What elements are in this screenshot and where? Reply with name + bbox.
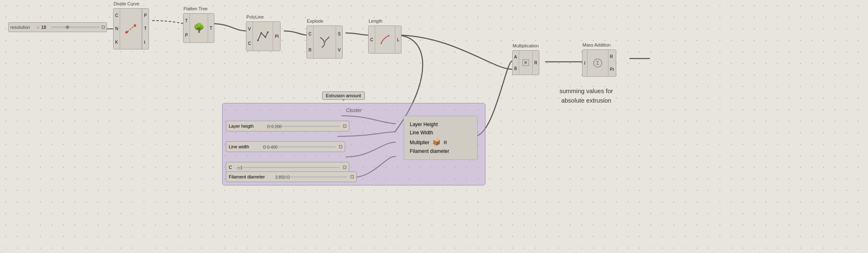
explode-icon xyxy=(318,35,332,49)
mass-add-ports-right: R Pr xyxy=(608,50,616,76)
extrusion-amount-text: Extrusion amount xyxy=(326,93,361,98)
package-icon: 📦 xyxy=(432,138,441,145)
multiplier-track: ◇1 xyxy=(237,167,340,168)
port-B: B xyxy=(514,66,517,71)
svg-point-3 xyxy=(260,32,262,34)
multiplier-c-label: C xyxy=(229,165,234,170)
mass-add-icon: Σ xyxy=(592,57,604,69)
explode-icon-area xyxy=(313,26,336,58)
cluster-port-filament: Filament diameter xyxy=(410,147,471,155)
polyline-label: PolyLine xyxy=(246,14,264,19)
line-width-track: O 0.400 xyxy=(263,146,336,148)
cluster-panel: Cluster Layer heigth O 0.200 Line width … xyxy=(222,103,485,185)
port-C: C xyxy=(115,13,118,18)
port-Pl: Pl xyxy=(275,34,279,39)
cluster-output-R: R xyxy=(444,140,447,145)
svg-text:Σ: Σ xyxy=(596,60,599,66)
divide-curve-ports-right: P T t xyxy=(142,9,149,49)
port-T-left: T xyxy=(185,19,188,23)
port-N: N xyxy=(115,26,118,31)
line-width-value: O 0.400 xyxy=(263,145,278,150)
resolution-label: resolution xyxy=(10,25,35,30)
length-label: Length xyxy=(369,19,383,23)
resolution-diamond: ◇ xyxy=(37,25,39,29)
polyline-icon-area xyxy=(253,22,273,51)
port-T: T xyxy=(144,26,147,31)
multiplication-label: Multiplication xyxy=(513,43,539,48)
svg-point-1 xyxy=(134,24,136,27)
port-T-right: T xyxy=(210,26,212,30)
mult-ports-left: A B xyxy=(513,51,519,75)
polyline-node: PolyLine V C Pl xyxy=(246,21,281,51)
port-S: S xyxy=(338,32,341,36)
polyline-icon xyxy=(256,30,269,43)
filament-diameter-track-wrap: 2.850 O xyxy=(274,176,349,178)
resolution-node[interactable]: resolution ◇ 18 xyxy=(8,22,107,32)
line-width-track-wrap: O 0.400 xyxy=(261,146,337,148)
port-K: K xyxy=(115,40,118,45)
divide-curve-ports-left: C N K xyxy=(114,9,120,49)
resolution-thumb[interactable] xyxy=(66,26,69,29)
multiplication-node: Multiplication A B × R xyxy=(512,50,539,75)
layer-height-value: O 0.200 xyxy=(267,124,282,129)
multiplier-value: ◇1 xyxy=(237,166,243,170)
flatten-ports-left: T P xyxy=(183,14,190,42)
flatten-tree-node: Flatten Tree T P 🌳 T xyxy=(183,13,214,43)
port-C-ex: C xyxy=(309,32,311,36)
explode-node: Explode C R S V xyxy=(306,26,343,59)
tree-icon: 🌳 xyxy=(193,23,204,33)
cluster-title: Cluster xyxy=(227,108,481,113)
port-P: P xyxy=(144,13,147,18)
annotation-line2: absolute extrusion xyxy=(561,97,611,104)
flatten-tree-icon-area: 🌳 xyxy=(190,14,208,42)
port-L: L xyxy=(397,37,399,42)
svg-point-6 xyxy=(323,41,326,43)
explode-label: Explode xyxy=(307,19,323,23)
length-icon xyxy=(378,33,392,46)
divide-curve-icon xyxy=(123,21,138,36)
resolution-value: 18 xyxy=(41,25,49,30)
mass-add-ports-left: I xyxy=(583,50,587,76)
length-icon-area xyxy=(375,26,395,53)
layer-height-port xyxy=(343,124,346,128)
multiplier-port xyxy=(343,166,346,169)
polyline-ports-left: V C xyxy=(246,22,253,51)
line-width-port xyxy=(339,145,342,148)
filament-diameter-track: 2.850 O xyxy=(275,176,347,178)
line-width-input[interactable]: Line width O 0.400 xyxy=(226,141,345,152)
explode-ports-left: C R xyxy=(307,26,313,58)
port-R-mass: R xyxy=(610,54,614,59)
layer-height-track-wrap: O 0.200 xyxy=(265,126,341,127)
length-ports-left: C xyxy=(369,26,375,53)
cluster-port-line-width: Line Width xyxy=(410,129,471,137)
layer-height-track: O 0.200 xyxy=(267,126,340,127)
polyline-ports-right: Pl xyxy=(273,22,280,51)
length-ports-right: L xyxy=(395,26,401,53)
cluster-port-layer-height: Layer Height xyxy=(410,120,471,129)
multiply-icon: × xyxy=(522,59,529,66)
explode-ports-right: S V xyxy=(336,26,342,58)
filament-diameter-input[interactable]: Filament diameter 2.850 O xyxy=(226,171,357,182)
length-node: Length C L xyxy=(368,26,402,54)
svg-point-0 xyxy=(125,31,128,33)
flatten-ports-right: T xyxy=(208,14,214,42)
port-V: V xyxy=(248,27,251,31)
layer-height-label: Layer heigth xyxy=(229,124,264,129)
annotation-line1: summing values for xyxy=(559,87,613,94)
port-R-ex: R xyxy=(309,48,311,52)
port-right xyxy=(102,26,105,29)
port-V-ex: V xyxy=(338,48,341,52)
filament-diameter-port xyxy=(350,175,354,178)
annotation: summing values for absolute extrusion xyxy=(559,87,613,105)
port-P-left: P xyxy=(185,33,188,37)
filament-diameter-value: 2.850 O xyxy=(275,175,290,180)
port-R-mult: R xyxy=(534,61,537,65)
extrusion-amount-callout: Extrusion amount xyxy=(322,91,365,100)
mass-addition-label: Mass Addition xyxy=(583,42,610,47)
cluster-port-multiplier: Multiplier 📦 R xyxy=(410,137,471,147)
layer-height-input[interactable]: Layer heigth O 0.200 xyxy=(226,121,349,131)
line-width-label: Line width xyxy=(229,144,260,149)
flatten-tree-label: Flatten Tree xyxy=(183,6,208,11)
svg-point-5 xyxy=(267,31,269,33)
resolution-track[interactable] xyxy=(51,26,100,28)
